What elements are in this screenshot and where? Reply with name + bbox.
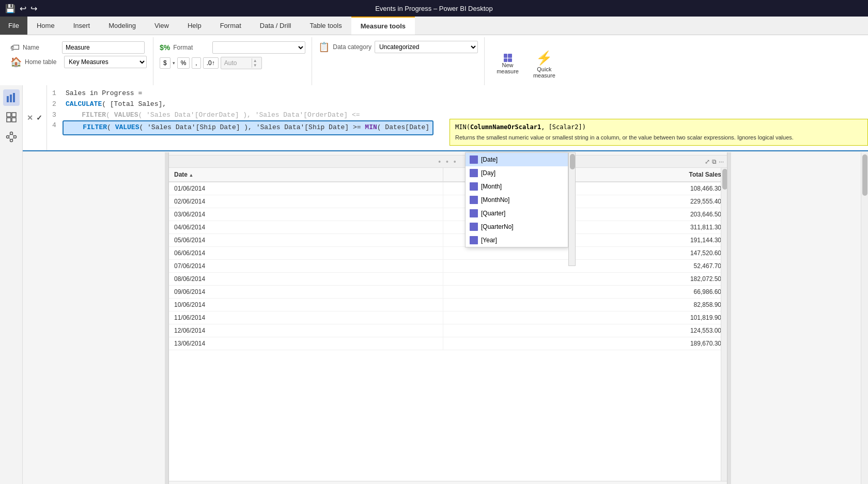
spin-up-icon[interactable]: ▲ (253, 58, 257, 63)
expand-icon[interactable]: ⤢ (705, 158, 710, 165)
table-row: 10/06/2014 82,858.90 (168, 299, 728, 311)
cell-sales: 66,986.60 (443, 286, 728, 299)
tab-measure-tools[interactable]: Measure tools (351, 17, 415, 35)
new-measure-button[interactable]: Newmeasure (492, 52, 523, 76)
table-row: 07/06/2014 52,467.70 (168, 260, 728, 273)
svg-line-14 (12, 137, 14, 139)
cell-date: 02/06/2014 (168, 195, 443, 208)
autocomplete-label-monthno: [MonthNo] (481, 196, 509, 204)
tab-modeling[interactable]: Modeling (99, 17, 145, 35)
name-row: 🏷 Name (10, 41, 147, 54)
formula-confirm-button[interactable]: ✓ (36, 114, 42, 122)
table-row: 06/06/2014 147,520.60 (168, 247, 728, 260)
svg-point-9 (13, 136, 16, 138)
cell-date: 11/06/2014 (168, 311, 443, 324)
autocomplete-item-year[interactable]: [Year] (466, 233, 568, 247)
formula-line-2: 2 CALCULATE( [Total Sales], (52, 99, 863, 110)
format-select[interactable]: General Number Currency Percentage Date (212, 41, 305, 54)
cell-date: 07/06/2014 (168, 260, 443, 273)
quick-measure-button[interactable]: ⚡ Quickmeasure (529, 48, 560, 81)
cell-sales: 147,520.60 (443, 247, 728, 260)
decimal-increase-button[interactable]: .0↑ (203, 57, 219, 69)
left-resize-handle[interactable] (165, 152, 169, 484)
autocomplete-item-quarterno[interactable]: [QuarterNo] (466, 220, 568, 233)
table-row: 05/06/2014 191,144.30 (168, 234, 728, 247)
tab-help[interactable]: Help (178, 17, 211, 35)
new-measure-label: Newmeasure (497, 62, 519, 74)
data-table-container: • • • ⤢ ⧉ ··· Date Total Sales 01/06/201… (167, 155, 729, 481)
formula-selected-line[interactable]: FILTER( VALUES( 'Sales Data'[Ship Date] … (63, 120, 433, 135)
table-row: 03/06/2014 203,646.50 (168, 208, 728, 221)
autocomplete-label-quarter: [Quarter] (481, 210, 505, 217)
cell-date: 01/06/2014 (168, 182, 443, 195)
autocomplete-grid-icon-quarterno (470, 223, 478, 231)
title-bar-controls: 💾 ↩ ↪ (5, 4, 37, 13)
cell-date: 12/06/2014 (168, 324, 443, 337)
tab-table-tools[interactable]: Table tools (300, 17, 351, 35)
formula-kw-2: CALCULATE (66, 100, 102, 108)
sidebar-item-data[interactable] (3, 109, 20, 126)
sidebar-item-model[interactable] (3, 129, 20, 145)
formula-text-2: ( [Total Sales], (102, 100, 166, 108)
tab-data-drill[interactable]: Data / Drill (251, 17, 301, 35)
redo-icon[interactable]: ↪ (30, 4, 37, 13)
home-table-row: 🏠 Home table Key Measures (10, 56, 147, 68)
formula-cancel-button[interactable]: ✕ (27, 114, 33, 122)
autocomplete-label-day: [Day] (481, 169, 495, 177)
home-table-select[interactable]: Key Measures (64, 56, 147, 68)
data-category-select[interactable]: Uncategorized Address Place City Country… (375, 41, 478, 53)
autocomplete-label-year: [Year] (481, 237, 497, 244)
svg-point-8 (10, 132, 12, 135)
sidebar-item-report[interactable] (3, 89, 20, 106)
autocomplete-item-date[interactable]: [Date] (466, 153, 568, 166)
tab-view[interactable]: View (145, 17, 178, 35)
tab-file[interactable]: File (0, 17, 27, 35)
formula-text-1: Sales in Progress = (66, 89, 142, 97)
popout-icon[interactable]: ⧉ (712, 158, 717, 165)
data-table: Date Total Sales 01/06/2014 108,466.30 0… (168, 168, 728, 350)
data-category-label: Data category (333, 43, 371, 51)
cell-date: 04/06/2014 (168, 221, 443, 234)
table-row: 12/06/2014 124,553.00 (168, 324, 728, 337)
col-header-date[interactable]: Date (168, 168, 443, 182)
cell-date: 09/06/2014 (168, 286, 443, 299)
more-options-icon[interactable]: ··· (719, 158, 724, 165)
spin-down-icon[interactable]: ▼ (253, 63, 257, 68)
tab-format[interactable]: Format (211, 17, 251, 35)
table-drag-handle: • • • (438, 158, 457, 166)
format-dollar-icon: $% (160, 43, 170, 52)
name-input[interactable] (62, 41, 145, 54)
autocomplete-label-month: [Month] (481, 183, 502, 190)
autocomplete-item-monthno[interactable]: [MonthNo] (466, 193, 568, 207)
formula-tooltip: MIN(ColumnNameOrScalar1, [Scalar2]) Retu… (450, 119, 868, 146)
tab-home[interactable]: Home (27, 17, 64, 35)
title-bar: 💾 ↩ ↪ Events in Progress – Power BI Desk… (0, 0, 868, 17)
tab-insert[interactable]: Insert (64, 17, 100, 35)
save-icon[interactable]: 💾 (5, 4, 16, 13)
autocomplete-label-quarterno: [QuarterNo] (481, 223, 514, 230)
formatting-bottom: $ ▾ % , .0↑ Auto ▲ ▼ (160, 57, 305, 69)
right-resize-handle[interactable] (727, 152, 731, 484)
svg-point-10 (10, 139, 12, 142)
currency-button[interactable]: $ (160, 57, 171, 69)
calc-buttons: Newmeasure ⚡ Quickmeasure (491, 39, 561, 89)
cell-sales: 52,467.70 (443, 260, 728, 273)
autocomplete-item-month[interactable]: [Month] (466, 180, 568, 193)
report-icon (6, 92, 17, 103)
svg-rect-6 (12, 118, 16, 122)
svg-rect-0 (7, 96, 9, 102)
auto-display: Auto ▲ ▼ (221, 57, 262, 69)
home-table-icon: 🏠 (10, 56, 22, 68)
comma-button[interactable]: , (192, 57, 200, 69)
autocomplete-scrollbar[interactable] (568, 152, 576, 266)
main-vertical-scrollbar[interactable] (861, 152, 868, 484)
autocomplete-grid-icon-monthno (470, 196, 478, 204)
autocomplete-item-day[interactable]: [Day] (466, 166, 568, 180)
cell-date: 05/06/2014 (168, 234, 443, 247)
undo-icon[interactable]: ↩ (20, 4, 26, 13)
cell-date: 06/06/2014 (168, 247, 443, 260)
table-row: 02/06/2014 229,555.40 (168, 195, 728, 208)
autocomplete-item-quarter[interactable]: [Quarter] (466, 207, 568, 220)
percent-button[interactable]: % (177, 57, 190, 69)
cell-date: 10/06/2014 (168, 299, 443, 311)
